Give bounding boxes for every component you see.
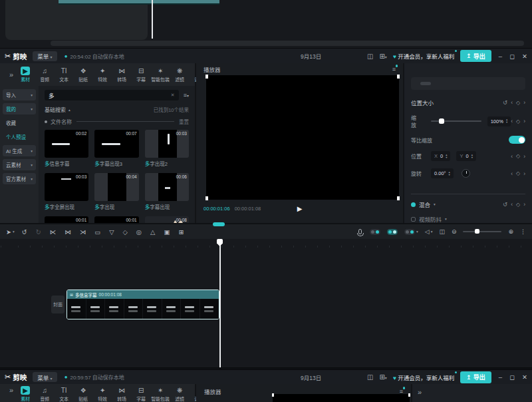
close-button[interactable]: ✕ [522, 373, 527, 381]
tab-transitions[interactable]: ⋈ 转场 [114, 67, 129, 83]
sort-button[interactable]: ≡▾ [184, 92, 189, 99]
mirror-tool[interactable]: △ [150, 228, 156, 236]
keyframe-tool[interactable]: ◇ [122, 228, 128, 236]
crop-tool[interactable]: ▣ [164, 228, 171, 236]
clear-search-icon[interactable]: ✕ [171, 93, 175, 98]
preview-axis-toggle[interactable]: ▾ [404, 229, 418, 235]
background-playhead[interactable] [152, 0, 153, 39]
nav-import[interactable]: 导入 ▾ [3, 89, 36, 100]
tabs-more-button[interactable]: » [418, 388, 422, 396]
nav-official-assets[interactable]: 官方素材 ▾ [3, 173, 36, 184]
media-card[interactable]: 00:03 多字全屏出现 [45, 173, 88, 210]
collapse-icon[interactable]: ▴ [68, 108, 70, 112]
nav-ai-generate[interactable]: AI 生成 ▾ [3, 145, 36, 156]
subtab-beauty[interactable] [506, 82, 517, 85]
keyframe-icon[interactable]: ◇ [516, 202, 520, 208]
nav-favorites[interactable]: 收藏 [3, 117, 36, 128]
keyframe-icon[interactable]: ◇ [516, 118, 520, 124]
slider-knob[interactable] [439, 118, 444, 124]
media-card[interactable]: 00:07 多字幕出现3 [94, 130, 138, 167]
position-y-field[interactable]: Y 0 ▴▾ [456, 151, 475, 161]
cover-button[interactable]: 封面 [51, 296, 65, 313]
split-right-tool[interactable]: ⋊ [80, 228, 88, 236]
preview-canvas[interactable] [273, 394, 410, 402]
layout-icon[interactable]: ◫ [367, 373, 373, 381]
media-card[interactable]: 00:04 多字出现 [94, 173, 138, 210]
rotation-knob[interactable] [462, 169, 470, 178]
track-height-icon[interactable]: ◫ [439, 228, 445, 235]
background-scrollbar[interactable] [51, 41, 524, 46]
background-timeline-clip[interactable] [59, 0, 219, 5]
toolbar-more-button[interactable]: » [9, 71, 13, 79]
media-card[interactable]: 00:03 多字出现2 [145, 130, 189, 167]
stepper-icon[interactable]: ▴▾ [449, 171, 450, 176]
stepper-icon[interactable]: ▴▾ [506, 118, 507, 124]
tab-media[interactable]: ▶ 素材 [18, 67, 33, 83]
search-input[interactable]: 多 ✕ [45, 90, 179, 100]
zoom-out-icon[interactable]: ⊖ [452, 228, 457, 235]
tab-effects[interactable]: ✦ 特效 [95, 386, 110, 402]
selection-handle[interactable] [272, 393, 274, 397]
tab-audio[interactable]: ♫ 音频 [37, 67, 52, 83]
reset-filter-button[interactable]: 重置 [179, 118, 189, 125]
prev-keyframe-icon[interactable]: ‹ [511, 170, 513, 177]
subtab-mask[interactable] [477, 82, 488, 85]
prev-keyframe-icon[interactable]: ‹ [511, 201, 513, 208]
workspace-icon[interactable]: ⊞▾ [379, 373, 386, 381]
maximize-button[interactable]: ◻ [509, 373, 515, 381]
redo-button[interactable]: ↻ [36, 228, 43, 236]
nav-presets[interactable]: 个人预设 [3, 131, 36, 142]
rotate-value-field[interactable]: 0.00° ▴▾ [431, 168, 454, 178]
scale-slider[interactable] [431, 120, 481, 122]
minimize-button[interactable]: – [499, 373, 502, 381]
tab-audio[interactable]: ♫ 音频 [37, 386, 52, 402]
subtab-cutout[interactable] [449, 82, 460, 85]
timeline-ruler[interactable] [0, 239, 532, 248]
stepper-icon[interactable]: ▴▾ [471, 154, 473, 159]
timeline-playhead[interactable] [219, 239, 221, 367]
tab-transitions[interactable]: ⋈ 转场 [114, 386, 129, 402]
split-left-tool[interactable]: ⋉ [50, 228, 58, 236]
tab-filters[interactable]: ❋ 滤镜 [172, 386, 187, 402]
tab-sticker[interactable]: ❖ 贴纸 [76, 386, 90, 402]
next-keyframe-icon[interactable]: › [523, 153, 525, 160]
select-tool[interactable]: ➤ ▾ [6, 228, 15, 236]
export-button[interactable]: ↥ 导出 [460, 50, 491, 62]
media-card[interactable]: 00:01 [45, 216, 88, 223]
link-toggle[interactable] [387, 229, 398, 235]
chevron-down-icon[interactable]: ▾ [434, 202, 436, 206]
workspace-icon[interactable]: ⊞▾ [379, 53, 386, 60]
undo-button[interactable]: ↺ [22, 228, 29, 236]
scale-value-field[interactable]: 100% ▴▾ [487, 116, 511, 126]
stepper-icon[interactable]: ▴▾ [446, 154, 447, 159]
tab-media[interactable]: ▶ 素材 [18, 386, 33, 402]
tab-sticker[interactable]: ❖ 贴纸 [76, 67, 90, 83]
close-button[interactable]: ✕ [522, 53, 527, 60]
blend-check-icon[interactable] [411, 202, 416, 207]
media-card[interactable]: 00:02 多信息字幕 [45, 130, 88, 167]
media-card[interactable]: 00:08 [145, 216, 189, 223]
timeline-clip[interactable]: ⊞ 多信息字幕 00:00:01:08 [66, 290, 219, 319]
export-button[interactable]: ↥ 导出 [460, 371, 491, 383]
tab-text[interactable]: TI 文本 [57, 67, 71, 83]
position-x-field[interactable]: X 0 ▴▾ [431, 151, 450, 161]
menu-button[interactable]: 菜单 ▾ [33, 372, 57, 382]
next-keyframe-icon[interactable]: › [523, 201, 525, 208]
next-keyframe-icon[interactable]: › [523, 99, 525, 106]
chevron-down-icon[interactable]: ▾ [445, 217, 447, 221]
audio-waveform-button[interactable]: ◁▾ [425, 228, 433, 235]
prev-keyframe-icon[interactable]: ‹ [511, 153, 513, 160]
menu-button[interactable]: 菜单 ▾ [33, 51, 57, 61]
tab-filters[interactable]: ❋ 滤镜 [172, 67, 187, 83]
layout-icon[interactable]: ◫ [367, 53, 373, 60]
reset-icon[interactable]: ↺ [503, 99, 507, 106]
media-card[interactable]: 00:01 [94, 216, 138, 223]
freeze-tool[interactable]: ▭ [94, 228, 102, 236]
tab-effects[interactable]: ✦ 特效 [95, 67, 110, 83]
chroma-key-tool[interactable]: ◎ [136, 228, 143, 236]
split-tool[interactable]: ⋈ [65, 228, 72, 236]
vip-promo-banner[interactable]: ♥ 开通会员，享新人福利 [393, 373, 454, 381]
selection-handle[interactable] [408, 393, 410, 397]
tab-smart-pack[interactable]: ✶ 智能包装 [153, 67, 168, 83]
tab-text[interactable]: TI 文本 [57, 386, 71, 402]
